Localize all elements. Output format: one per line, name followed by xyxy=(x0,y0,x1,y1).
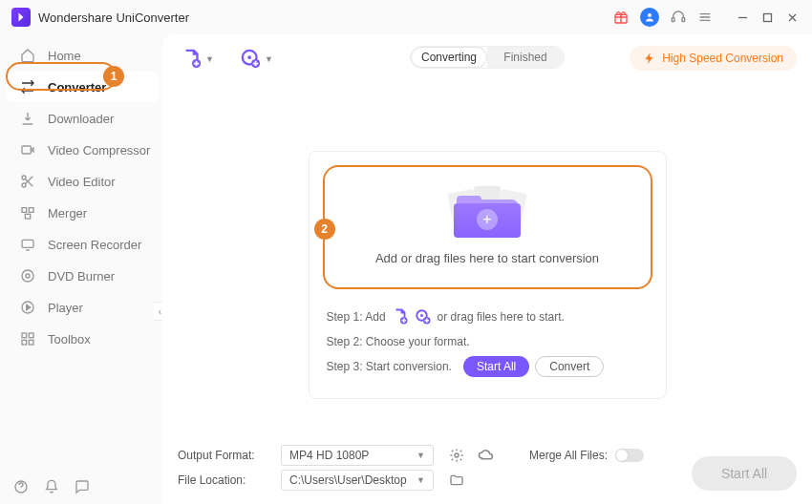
svg-rect-16 xyxy=(29,333,33,338)
start-all-small-button[interactable]: Start All xyxy=(463,356,529,377)
add-dvd-button[interactable]: ▼ xyxy=(237,45,277,74)
svg-point-30 xyxy=(455,453,459,457)
sidebar: Home Converter Downloader Video Compress… xyxy=(0,34,162,504)
merge-all-toggle[interactable] xyxy=(615,449,644,462)
svg-rect-15 xyxy=(22,333,27,338)
high-speed-conversion-button[interactable]: High Speed Conversion xyxy=(630,46,797,71)
window-maximize[interactable] xyxy=(762,12,776,23)
svg-rect-9 xyxy=(29,208,33,213)
svg-rect-3 xyxy=(682,18,685,22)
tab-converting[interactable]: Converting xyxy=(411,47,487,68)
sidebar-item-label: Toolbox xyxy=(48,332,91,346)
sidebar-item-label: Merger xyxy=(48,206,87,220)
converter-icon xyxy=(19,78,36,95)
annotation-badge-2: 2 xyxy=(314,219,335,240)
recorder-icon xyxy=(19,236,36,253)
svg-rect-2 xyxy=(672,18,674,22)
sidebar-item-label: Screen Recorder xyxy=(48,238,141,252)
sidebar-item-video-editor[interactable]: Video Editor xyxy=(0,166,162,197)
open-folder-icon[interactable] xyxy=(449,472,464,488)
sidebar-item-label: Downloader xyxy=(48,112,114,126)
high-speed-label: High Speed Conversion xyxy=(662,52,783,65)
add-file-small-icon xyxy=(392,308,409,326)
footer-icons xyxy=(13,479,90,494)
app-title: Wondershare UniConverter xyxy=(38,10,189,25)
download-icon xyxy=(19,110,36,127)
sidebar-item-converter[interactable]: Converter xyxy=(6,72,159,102)
sidebar-item-screen-recorder[interactable]: Screen Recorder xyxy=(0,229,162,260)
add-dvd-small-icon xyxy=(415,308,432,326)
sidebar-item-home[interactable]: Home xyxy=(0,40,162,71)
sidebar-item-label: Video Editor xyxy=(48,175,116,189)
sidebar-item-merger[interactable]: Merger xyxy=(0,198,162,228)
convert-small-button[interactable]: Convert xyxy=(535,356,604,377)
output-format-label: Output Format: xyxy=(178,449,273,462)
sidebar-item-label: Video Compressor xyxy=(48,143,150,158)
add-file-button[interactable]: ▼ xyxy=(178,45,218,74)
svg-point-13 xyxy=(26,274,30,278)
sidebar-item-label: Converter xyxy=(48,80,106,94)
play-icon xyxy=(19,299,36,316)
step2-text: Step 2: Choose your format. xyxy=(327,331,470,352)
gift-icon[interactable] xyxy=(613,10,629,25)
disc-icon xyxy=(19,267,36,284)
merge-all-label: Merge All Files: xyxy=(529,449,608,462)
toolbox-icon xyxy=(19,330,36,347)
sidebar-item-label: Player xyxy=(48,301,83,315)
folder-add-icon: + xyxy=(454,190,521,238)
support-icon[interactable] xyxy=(671,10,686,25)
svg-rect-10 xyxy=(25,214,30,219)
step1-prefix: Step 1: Add xyxy=(327,306,386,327)
output-format-value: MP4 HD 1080P xyxy=(289,449,369,462)
notification-icon[interactable] xyxy=(44,479,59,494)
account-icon[interactable] xyxy=(640,8,659,27)
content-area: ▼ ▼ Converting Finished High Speed Conve… xyxy=(162,34,812,504)
drop-card: 2 + Add or drag files here to start conv… xyxy=(309,151,667,399)
svg-rect-11 xyxy=(22,240,33,247)
chevron-down-icon: ▼ xyxy=(417,475,425,485)
svg-point-21 xyxy=(247,55,251,59)
step1-suffix: or drag files here to start. xyxy=(438,306,565,327)
svg-point-6 xyxy=(22,176,26,179)
sidebar-item-dvd-burner[interactable]: DVD Burner xyxy=(0,261,162,291)
home-icon xyxy=(19,47,36,64)
output-format-select[interactable]: MP4 HD 1080P ▼ xyxy=(281,445,434,466)
file-location-value: C:\Users\User\Desktop xyxy=(289,473,407,487)
svg-point-28 xyxy=(420,314,423,317)
window-close[interactable] xyxy=(787,12,801,23)
sidebar-item-toolbox[interactable]: Toolbox xyxy=(0,324,162,354)
chevron-down-icon: ▼ xyxy=(205,54,214,64)
svg-point-1 xyxy=(648,13,652,17)
sidebar-item-downloader[interactable]: Downloader xyxy=(0,103,162,134)
sidebar-item-player[interactable]: Player xyxy=(0,292,162,323)
menu-icon[interactable] xyxy=(697,10,713,25)
file-location-label: File Location: xyxy=(178,473,273,487)
drop-text: Add or drag files here to start conversi… xyxy=(375,251,599,265)
merger-icon xyxy=(19,204,36,221)
sidebar-item-label: Home xyxy=(48,49,81,63)
title-bar: Wondershare UniConverter xyxy=(0,0,812,34)
file-location-select[interactable]: C:\Users\User\Desktop ▼ xyxy=(281,470,434,491)
annotation-badge-1: 1 xyxy=(103,66,124,87)
sidebar-item-video-compressor[interactable]: Video Compressor xyxy=(0,135,162,165)
window-minimize[interactable] xyxy=(737,12,751,23)
chevron-down-icon: ▼ xyxy=(417,451,425,460)
app-logo xyxy=(11,8,31,27)
tab-finished[interactable]: Finished xyxy=(487,47,564,68)
compressor-icon xyxy=(19,141,36,158)
cloud-icon[interactable] xyxy=(478,447,495,464)
svg-point-12 xyxy=(22,270,33,282)
step3-text: Step 3: Start conversion. xyxy=(327,356,452,377)
status-tabs: Converting Finished xyxy=(410,46,565,69)
svg-point-7 xyxy=(22,183,26,187)
settings-small-icon[interactable] xyxy=(449,448,464,463)
drop-area[interactable]: 2 + Add or drag files here to start conv… xyxy=(323,165,652,289)
help-icon[interactable] xyxy=(13,479,29,494)
sidebar-item-label: DVD Burner xyxy=(48,269,115,284)
svg-rect-17 xyxy=(22,340,27,345)
start-all-button[interactable]: Start All xyxy=(692,456,797,491)
feedback-icon[interactable] xyxy=(75,479,90,494)
svg-rect-5 xyxy=(22,146,31,154)
svg-rect-4 xyxy=(764,13,772,21)
toolbar: ▼ ▼ Converting Finished High Speed Conve… xyxy=(162,34,812,84)
